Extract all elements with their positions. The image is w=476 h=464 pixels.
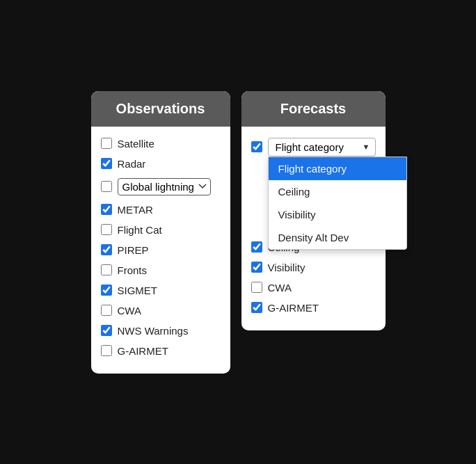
checkbox-metar[interactable] [101,204,112,215]
obs-item-flight-cat: Flight Cat [101,220,221,240]
panels-container: Observations SatelliteRadarGlobal lightn… [91,91,386,374]
observations-body: SatelliteRadarGlobal lightningMETARFligh… [91,127,230,374]
label-fronts: Fronts [118,264,148,276]
checkbox-radar[interactable] [101,158,112,169]
obs-item-cwa: CWA [101,301,221,321]
select-global-lightning[interactable]: Global lightning [118,178,211,195]
dropdown-option-visibility[interactable]: Visibility [269,203,406,226]
forecasts-header: Forecasts [241,91,386,127]
checkbox-flight-cat[interactable] [101,224,112,235]
checkbox-forecast-cwa[interactable] [251,282,262,293]
forecasts-panel: Forecasts Flight category▼Flight categor… [241,91,386,330]
forecasts-body: Flight category▼Flight categoryCeilingVi… [241,127,386,330]
label-forecast-g-airmet: G-AIRMET [268,302,319,314]
forecast-item-cwa: CWA [251,278,376,298]
obs-item-pirep: PIREP [101,240,221,260]
checkbox-forecast-visibility[interactable] [251,262,262,273]
checkbox-fronts[interactable] [101,264,112,275]
forecast-item-g-airmet: G-AIRMET [251,298,376,318]
obs-item-metar: METAR [101,200,221,220]
obs-item-nws-warnings: NWS Warnings [101,321,221,341]
label-g-airmet: G-AIRMET [118,345,168,357]
checkbox-nws-warnings[interactable] [101,325,112,336]
checkbox-cwa[interactable] [101,305,112,316]
label-forecast-cwa: CWA [268,282,292,294]
forecast-item-visibility: Visibility [251,257,376,278]
checkbox-global-lightning[interactable] [101,181,112,192]
label-cwa: CWA [118,305,141,317]
obs-item-sigmet: SIGMET [101,280,221,301]
checkbox-forecast-ceiling[interactable] [251,241,262,253]
checkbox-satellite[interactable] [101,138,112,149]
label-flight-cat: Flight Cat [118,224,162,236]
dropdown-option-density-alt-dev[interactable]: Density Alt Dev [269,226,406,249]
dropdown-option-flight-category[interactable]: Flight category [269,157,406,180]
label-nws-warnings: NWS Warnings [118,325,189,337]
label-metar: METAR [118,204,153,216]
obs-item-radar: Radar [101,154,221,174]
forecast-dropdown-menu: Flight categoryCeilingVisibilityDensity … [268,157,407,250]
label-forecast-visibility: Visibility [268,262,306,273]
label-pirep: PIREP [118,244,149,256]
checkbox-g-airmet[interactable] [101,345,112,356]
chevron-down-icon: ▼ [363,143,370,151]
obs-item-fronts: Fronts [101,260,221,280]
checkbox-sigmet[interactable] [101,285,112,296]
obs-item-satellite: Satellite [101,134,221,154]
forecast-select-wrapper: Flight category▼Flight categoryCeilingVi… [268,138,376,157]
forecast-dropdown-checkbox[interactable] [251,141,262,152]
obs-item-g-airmet: G-AIRMET [101,341,221,361]
observations-panel: Observations SatelliteRadarGlobal lightn… [91,91,230,374]
label-radar: Radar [118,158,146,170]
checkbox-pirep[interactable] [101,244,112,255]
observations-header: Observations [91,91,230,127]
obs-item-global-lightning: Global lightning [101,174,221,200]
label-sigmet: SIGMET [118,285,158,296]
forecast-dropdown-row: Flight category▼Flight categoryCeilingVi… [251,134,376,161]
label-satellite: Satellite [118,138,154,150]
forecast-dropdown-button[interactable]: Flight category▼ [268,138,376,157]
dropdown-option-ceiling[interactable]: Ceiling [269,180,406,203]
checkbox-forecast-g-airmet[interactable] [251,302,262,313]
